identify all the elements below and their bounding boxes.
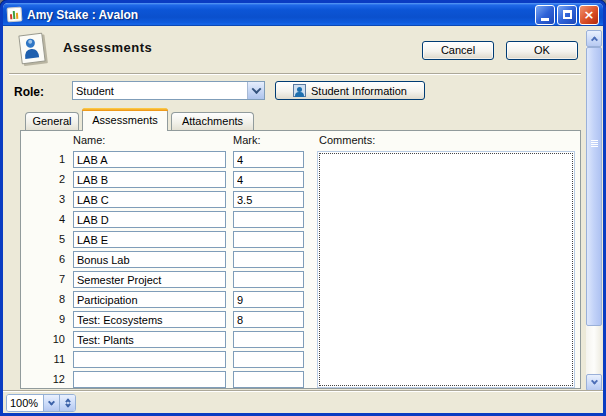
- row-number: 7: [35, 273, 65, 285]
- mark-input[interactable]: [233, 271, 304, 288]
- name-input[interactable]: [73, 271, 226, 288]
- mark-input[interactable]: [233, 311, 304, 328]
- comments-box: [317, 151, 575, 388]
- row-number: 2: [35, 173, 65, 185]
- zoom-dropdown-button[interactable]: [43, 395, 59, 411]
- zoom-level-value[interactable]: 100%: [7, 395, 43, 411]
- mark-input[interactable]: [233, 171, 304, 188]
- mark-column-header: Mark:: [233, 134, 261, 146]
- row-number: 3: [35, 193, 65, 205]
- person-card-icon: [18, 33, 48, 65]
- row-number: 12: [35, 373, 65, 385]
- ok-button[interactable]: OK: [506, 41, 578, 60]
- chevron-down-icon: [48, 398, 55, 405]
- app-icon: [6, 6, 22, 22]
- comments-header: Comments:: [319, 134, 375, 146]
- status-bar: 100%: [3, 390, 603, 413]
- mark-input[interactable]: [233, 291, 304, 308]
- tab-general[interactable]: General: [25, 112, 79, 130]
- mark-input[interactable]: [233, 231, 304, 248]
- name-input[interactable]: [73, 371, 226, 388]
- tab-assessments[interactable]: Assessments: [82, 108, 168, 131]
- mark-input[interactable]: [233, 331, 304, 348]
- chevron-down-icon: [251, 84, 261, 94]
- window-title: Amy Stake : Avalon: [27, 8, 533, 22]
- chevron-up-icon: [590, 36, 597, 43]
- name-input[interactable]: [73, 231, 226, 248]
- header-divider: [9, 73, 581, 75]
- mark-input[interactable]: [233, 251, 304, 268]
- mark-input[interactable]: [233, 191, 304, 208]
- dialog-window: Amy Stake : Avalon × Assessments Cancel …: [0, 0, 606, 416]
- dialog-body: Assessments Cancel OK Role: Student Stud…: [3, 26, 603, 413]
- chevron-down-icon: [65, 402, 71, 408]
- row-number: 4: [35, 213, 65, 225]
- name-input[interactable]: [73, 211, 226, 228]
- tab-attachments[interactable]: Attachments: [171, 112, 254, 130]
- student-information-label: Student Information: [311, 85, 407, 97]
- assessments-panel: Name: Mark: Comments: 1 2 3 4 5 6 7: [20, 130, 581, 389]
- name-input[interactable]: [73, 331, 226, 348]
- row-number: 8: [35, 293, 65, 305]
- comments-textarea[interactable]: [319, 153, 573, 386]
- scroll-down-button[interactable]: [586, 374, 602, 391]
- chevron-down-icon: [590, 378, 597, 385]
- row-number: 11: [35, 353, 65, 365]
- minimize-icon: [541, 18, 549, 21]
- zoom-spinner[interactable]: [59, 395, 75, 411]
- row-number: 1: [35, 153, 65, 165]
- title-bar[interactable]: Amy Stake : Avalon ×: [3, 3, 603, 26]
- role-dropdown-value: Student: [73, 85, 247, 97]
- mark-input[interactable]: [233, 211, 304, 228]
- mark-input[interactable]: [233, 151, 304, 168]
- mark-input[interactable]: [233, 351, 304, 368]
- name-input[interactable]: [73, 151, 226, 168]
- student-information-button[interactable]: Student Information: [275, 81, 425, 100]
- vertical-scrollbar[interactable]: [586, 30, 602, 391]
- row-number: 9: [35, 313, 65, 325]
- page-title: Assessments: [63, 40, 152, 55]
- name-input[interactable]: [73, 171, 226, 188]
- name-input[interactable]: [73, 351, 226, 368]
- combo-arrow-button[interactable]: [247, 82, 264, 99]
- mark-input[interactable]: [233, 371, 304, 388]
- close-icon: ×: [584, 8, 595, 21]
- scrollbar-thumb[interactable]: [586, 47, 602, 326]
- name-input[interactable]: [73, 311, 226, 328]
- scrollbar-grip: [591, 140, 598, 148]
- row-number: 6: [35, 253, 65, 265]
- zoom-widget: 100%: [6, 394, 76, 412]
- scroll-up-button[interactable]: [586, 30, 602, 47]
- row-number: 5: [35, 233, 65, 245]
- name-input[interactable]: [73, 291, 226, 308]
- name-column-header: Name:: [73, 134, 105, 146]
- name-input[interactable]: [73, 251, 226, 268]
- maximize-button[interactable]: [557, 5, 577, 25]
- role-dropdown[interactable]: Student: [72, 81, 265, 100]
- minimize-button[interactable]: [535, 5, 555, 25]
- person-icon: [293, 84, 306, 97]
- name-input[interactable]: [73, 191, 226, 208]
- close-button[interactable]: ×: [579, 5, 599, 25]
- maximize-icon: [563, 10, 572, 19]
- role-label: Role:: [14, 85, 44, 99]
- row-number: 10: [35, 333, 65, 345]
- cancel-button[interactable]: Cancel: [422, 41, 494, 60]
